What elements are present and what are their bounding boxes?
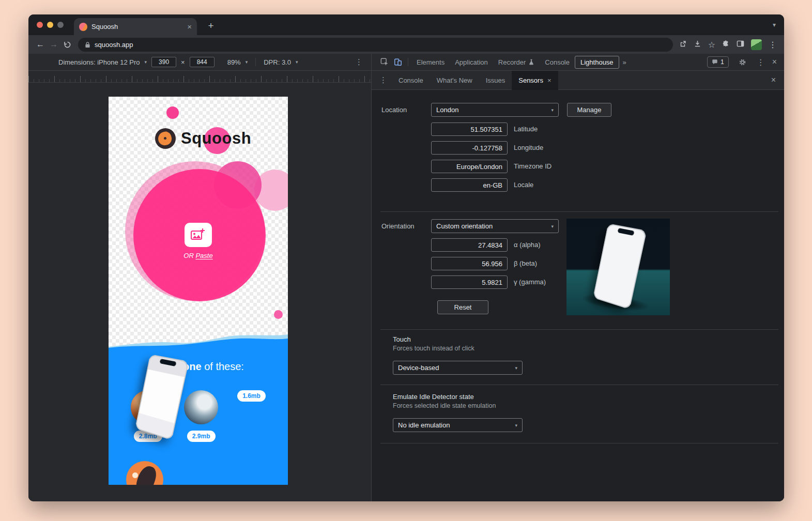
touch-select-value: Device-based [398, 364, 439, 372]
idle-select[interactable]: No idle emulation ▾ [393, 418, 523, 432]
squoosh-logo-icon [155, 128, 176, 149]
open-in-new-icon[interactable] [679, 40, 687, 50]
emulated-page: Squoosh OR Paste [109, 97, 288, 485]
device-toolbar: Dimensions: iPhone 12 Pro ▾ 390 × 844 89… [28, 54, 371, 71]
devtools-tabbar: Elements Application Recorder Console Li… [372, 54, 784, 71]
device-toolbar-menu-icon[interactable]: ⋮ [355, 57, 363, 67]
devtools-close-icon[interactable]: × [772, 57, 777, 67]
demo-image-item[interactable]: 2.9mb [184, 390, 218, 442]
drawer-tab-issues[interactable]: Issues [479, 71, 512, 90]
dpr-dropdown[interactable]: DPR: 3.0 [264, 58, 291, 66]
download-icon[interactable] [694, 40, 701, 50]
phone-model [593, 223, 647, 310]
browser-toolbar: ← → squoosh.app ☆ ⋮ [28, 35, 784, 54]
gamma-label: γ (gamma) [514, 278, 546, 286]
profile-avatar[interactable] [751, 39, 762, 50]
extensions-puzzle-icon[interactable] [722, 40, 730, 50]
new-tab-button[interactable]: + [204, 19, 218, 33]
or-paste-line: OR Paste [109, 252, 288, 259]
lock-icon [85, 41, 90, 48]
more-tabs-icon[interactable]: » [619, 58, 630, 66]
demo-photo-dog[interactable] [184, 390, 218, 424]
browser-menu-icon[interactable]: ⋮ [769, 40, 777, 50]
manage-button[interactable]: Manage [567, 103, 611, 117]
touch-title: Touch [393, 335, 411, 343]
tab-title: Squoosh [91, 23, 183, 30]
touch-select[interactable]: Device-based ▾ [393, 361, 523, 375]
touch-subtitle: Forces touch instead of click [393, 345, 474, 352]
viewport-width-input[interactable]: 390 [151, 57, 176, 67]
reset-button[interactable]: Reset [437, 300, 488, 314]
drawer-close-icon[interactable]: × [763, 75, 784, 85]
tab-elements[interactable]: Elements [411, 54, 450, 71]
file-size-badge: 1.6mb [237, 390, 266, 402]
select-image-button[interactable] [185, 223, 212, 247]
latitude-input[interactable]: 51.507351 [431, 122, 508, 136]
alpha-input[interactable]: 27.4834 [431, 238, 508, 252]
message-bubble-icon [712, 59, 718, 65]
gamma-input[interactable]: 5.9821 [431, 275, 508, 289]
devtools-menu-icon[interactable]: ⋮ [757, 57, 765, 67]
decorative-blob [274, 310, 283, 319]
drawer-tabbar: ⋮ Console What's New Issues Sensors × × [372, 71, 784, 90]
device-toolbar-toggle-icon[interactable] [391, 55, 405, 69]
reload-button[interactable] [60, 38, 74, 51]
chevron-down-icon: ▾ [515, 365, 517, 371]
tab-application[interactable]: Application [450, 54, 493, 71]
squoosh-logo: Squoosh [155, 128, 251, 149]
browser-tab[interactable]: Squoosh × [74, 18, 197, 35]
main-area: Dimensions: iPhone 12 Pro ▾ 390 × 844 89… [28, 54, 784, 501]
zoom-dropdown[interactable]: 89% [227, 58, 241, 66]
experiment-flask-icon [528, 59, 534, 65]
orientation-label: Orientation [381, 222, 415, 230]
drawer-tab-sensors[interactable]: Sensors × [512, 71, 558, 90]
squoosh-favicon-icon [79, 23, 87, 31]
side-panel-icon[interactable] [737, 40, 744, 50]
address-bar[interactable]: squoosh.app [78, 38, 673, 52]
timezone-label: Timezone ID [514, 162, 551, 170]
paste-link[interactable]: Paste [195, 252, 212, 259]
chevron-down-icon: ▾ [551, 224, 554, 229]
minimize-window-button[interactable] [47, 22, 53, 28]
locale-input[interactable]: en-GB [431, 178, 508, 192]
fullscreen-window-button[interactable] [57, 22, 64, 28]
tab-close-icon[interactable]: × [187, 23, 192, 30]
settings-gear-icon[interactable] [736, 55, 749, 69]
tab-lighthouse[interactable]: Lighthouse [575, 56, 619, 69]
orientation-preview[interactable] [566, 219, 670, 315]
location-select[interactable]: London ▾ [431, 103, 559, 117]
tab-console[interactable]: Console [540, 54, 575, 71]
issues-counter[interactable]: 1 [707, 56, 729, 68]
drawer-tab-whats-new[interactable]: What's New [430, 71, 479, 90]
drawer-menu-icon[interactable]: ⋮ [375, 75, 392, 85]
device-emulation-pane: Dimensions: iPhone 12 Pro ▾ 390 × 844 89… [28, 54, 371, 501]
timezone-input[interactable]: Europe/London [431, 160, 508, 173]
squoosh-wordmark: Squoosh [181, 129, 251, 148]
tagline-suffix: of these: [202, 361, 244, 372]
forward-button[interactable]: → [47, 38, 60, 51]
sensors-panel: Location London ▾ Manage 51.507351 Latit… [372, 90, 784, 501]
inspect-element-icon[interactable] [378, 55, 391, 69]
drawer-tab-console[interactable]: Console [392, 71, 430, 90]
close-sensors-tab-icon[interactable]: × [547, 76, 551, 84]
tab-recorder-label: Recorder [498, 58, 526, 66]
tab-recorder[interactable]: Recorder [493, 54, 540, 71]
chevron-down-icon: ▾ [551, 108, 554, 113]
longitude-input[interactable]: -0.127758 [431, 141, 508, 155]
viewport-height-input[interactable]: 844 [190, 57, 215, 67]
orientation-select-value: Custom orientation [436, 222, 493, 230]
location-select-value: London [436, 106, 458, 114]
tab-search-chevron-icon[interactable]: ▾ [773, 21, 776, 28]
window-controls [37, 22, 64, 28]
beta-label: β (beta) [514, 259, 537, 267]
issues-count: 1 [721, 58, 724, 66]
ruler [28, 71, 371, 83]
orientation-select[interactable]: Custom orientation ▾ [431, 219, 559, 233]
bookmark-star-icon[interactable]: ☆ [708, 40, 715, 50]
back-button[interactable]: ← [34, 38, 47, 51]
idle-subtitle: Forces selected idle state emulation [393, 402, 496, 409]
demo-image-item[interactable]: 1.6mb [237, 390, 266, 442]
beta-input[interactable]: 56.956 [431, 257, 508, 270]
device-dimensions-dropdown[interactable]: Dimensions: iPhone 12 Pro [58, 58, 140, 66]
close-window-button[interactable] [37, 22, 43, 28]
